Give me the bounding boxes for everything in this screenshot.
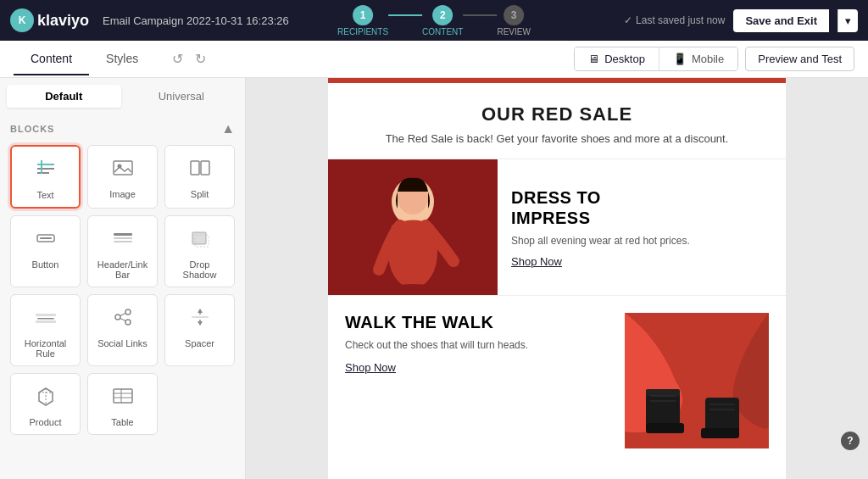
walk-section: WALK THE WALK Check out the shoes that w… bbox=[328, 295, 786, 465]
step-circle-3: 3 bbox=[504, 5, 524, 25]
svg-rect-0 bbox=[37, 164, 54, 165]
sidebar-tab-default[interactable]: Default bbox=[7, 85, 121, 108]
block-horizontal-rule[interactable]: Horizontal Rule bbox=[10, 294, 81, 366]
logo-text: klaviyo bbox=[37, 12, 89, 30]
mobile-view-button[interactable]: 📱 Mobile bbox=[659, 47, 737, 70]
logo-icon: K bbox=[10, 8, 34, 32]
block-horizontal-rule-label: Horizontal Rule bbox=[18, 338, 73, 359]
dress-shop-link[interactable]: Shop Now bbox=[511, 255, 772, 268]
dress-text: DRESS TO IMPRESS Shop all evening wear a… bbox=[498, 159, 786, 295]
block-drop-shadow[interactable]: Drop Shadow bbox=[164, 215, 235, 287]
block-header-link-bar-label: Header/Link Bar bbox=[95, 259, 150, 280]
redo-button[interactable]: ↻ bbox=[192, 47, 209, 70]
walk-image bbox=[625, 313, 769, 448]
split-block-icon bbox=[188, 156, 212, 184]
collapse-icon[interactable]: ▲ bbox=[221, 121, 235, 136]
svg-point-20 bbox=[125, 320, 131, 325]
svg-rect-7 bbox=[201, 161, 209, 175]
undo-button[interactable]: ↺ bbox=[169, 47, 186, 70]
text-block-icon bbox=[34, 157, 58, 185]
block-header-link-bar[interactable]: Header/Link Bar bbox=[87, 215, 158, 287]
step-label-review: REVIEW bbox=[497, 27, 530, 36]
step-circle-1: 1 bbox=[353, 5, 373, 25]
block-text[interactable]: Text bbox=[10, 145, 81, 209]
blocks-section-header: BLOCKS ▲ bbox=[10, 121, 235, 136]
step-connector-1 bbox=[388, 14, 422, 16]
svg-line-21 bbox=[120, 314, 125, 316]
second-navigation: Content Styles ↺ ↻ 🖥 Desktop 📱 Mobile Pr… bbox=[0, 41, 868, 78]
top-navigation: K klaviyo Email Campaign 2022-10-31 16:2… bbox=[0, 0, 868, 41]
block-image-label: Image bbox=[109, 189, 136, 199]
svg-rect-38 bbox=[646, 423, 684, 433]
block-split-label: Split bbox=[191, 189, 209, 199]
sidebar: Default Universal BLOCKS ▲ bbox=[0, 78, 246, 479]
block-spacer[interactable]: Spacer bbox=[164, 294, 235, 366]
dress-to-impress-section: DRESS TO IMPRESS Shop all evening wear a… bbox=[328, 159, 786, 295]
block-button-label: Button bbox=[32, 259, 59, 270]
save-exit-button[interactable]: Save and Exit bbox=[733, 9, 829, 32]
horizontal-rule-icon bbox=[34, 305, 58, 333]
svg-rect-15 bbox=[36, 314, 56, 316]
blocks-section: BLOCKS ▲ Text bbox=[0, 114, 245, 442]
undo-redo-controls: ↺ ↻ bbox=[169, 47, 209, 70]
svg-rect-4 bbox=[114, 161, 132, 175]
step-label-content: CONTENT bbox=[422, 27, 463, 36]
desktop-view-button[interactable]: 🖥 Desktop bbox=[575, 47, 659, 70]
social-links-icon bbox=[111, 305, 135, 333]
step-review[interactable]: 3 REVIEW bbox=[497, 5, 530, 36]
block-button[interactable]: Button bbox=[10, 215, 81, 287]
walk-desc: Check out the shoes that will turn heads… bbox=[345, 339, 611, 351]
block-split[interactable]: Split bbox=[164, 145, 235, 209]
step-connector-2 bbox=[463, 14, 497, 16]
svg-point-18 bbox=[115, 315, 120, 320]
dress-desc: Shop all evening wear at red hot prices. bbox=[511, 235, 772, 247]
main-area: Default Universal BLOCKS ▲ bbox=[0, 78, 868, 479]
block-product-label: Product bbox=[30, 417, 62, 427]
svg-rect-10 bbox=[114, 233, 132, 236]
step-content[interactable]: 2 CONTENT bbox=[422, 5, 463, 36]
walk-shop-link[interactable]: Shop Now bbox=[345, 361, 396, 374]
block-text-label: Text bbox=[36, 190, 53, 200]
dress-image-container bbox=[328, 159, 498, 295]
block-social-links-label: Social Links bbox=[97, 338, 147, 348]
button-block-icon bbox=[34, 226, 58, 254]
block-product[interactable]: Product bbox=[10, 373, 81, 435]
block-drop-shadow-label: Drop Shadow bbox=[172, 259, 227, 280]
svg-rect-39 bbox=[646, 389, 680, 396]
svg-rect-12 bbox=[114, 241, 132, 242]
sidebar-tab-universal[interactable]: Universal bbox=[125, 85, 239, 108]
block-social-links[interactable]: Social Links bbox=[87, 294, 158, 366]
svg-rect-1 bbox=[37, 168, 54, 170]
walk-text: WALK THE WALK Check out the shoes that w… bbox=[345, 313, 625, 448]
blocks-section-title: BLOCKS bbox=[10, 124, 54, 134]
step-label-recipients: RECIPIENTS bbox=[337, 27, 388, 36]
block-table-label: Table bbox=[111, 417, 133, 427]
tab-styles[interactable]: Styles bbox=[89, 43, 155, 75]
block-image[interactable]: Image bbox=[87, 145, 158, 209]
svg-rect-16 bbox=[37, 318, 54, 320]
image-block-icon bbox=[111, 156, 135, 184]
svg-rect-6 bbox=[191, 161, 199, 175]
save-exit-dropdown-button[interactable]: ▾ bbox=[837, 9, 858, 32]
svg-rect-17 bbox=[36, 320, 56, 323]
table-icon bbox=[111, 384, 135, 412]
block-spacer-label: Spacer bbox=[185, 338, 214, 348]
svg-rect-9 bbox=[40, 237, 52, 239]
svg-rect-27 bbox=[192, 316, 209, 318]
svg-rect-3 bbox=[41, 160, 42, 174]
block-table[interactable]: Table bbox=[87, 373, 158, 435]
svg-point-19 bbox=[125, 309, 131, 315]
product-icon bbox=[34, 384, 58, 412]
preview-test-button[interactable]: Preview and Test bbox=[745, 47, 854, 71]
sale-title: OUR RED SALE bbox=[345, 103, 769, 125]
svg-line-22 bbox=[120, 319, 125, 321]
nav-right: ✓ Last saved just now Save and Exit ▾ bbox=[624, 9, 858, 32]
spacer-icon bbox=[188, 305, 212, 333]
svg-marker-26 bbox=[198, 321, 203, 326]
step-recipients[interactable]: 1 RECIPIENTS bbox=[337, 5, 388, 36]
email-canvas: OUR RED SALE The Red Sale is back! Get y… bbox=[328, 78, 786, 479]
sale-section: OUR RED SALE The Red Sale is back! Get y… bbox=[328, 83, 786, 159]
help-button[interactable]: ? bbox=[841, 432, 860, 450]
desktop-icon: 🖥 bbox=[588, 53, 599, 65]
tab-content[interactable]: Content bbox=[14, 43, 89, 75]
